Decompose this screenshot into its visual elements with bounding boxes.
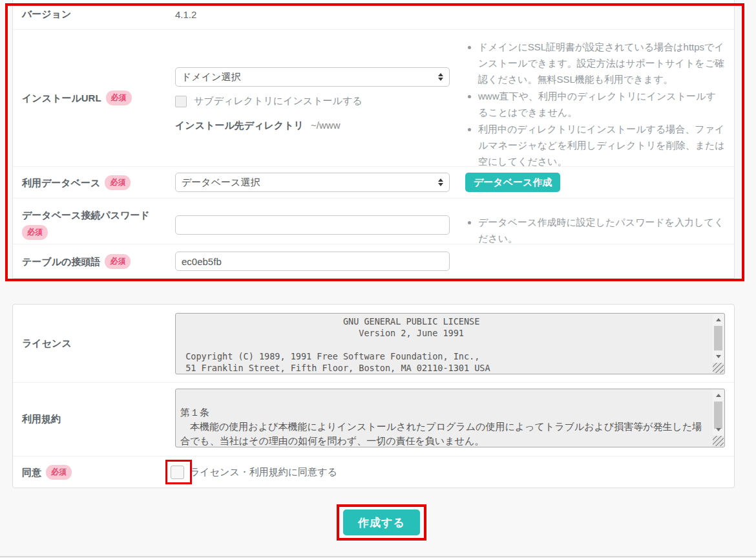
select-updown-icon xyxy=(438,178,443,186)
resize-grip-icon[interactable] xyxy=(713,436,724,446)
license-textarea[interactable]: GNU GENERAL PUBLIC LICENSE Version 2, Ju… xyxy=(175,313,725,374)
agree-checkbox-label: ライセンス・利用規約に同意する xyxy=(190,466,337,478)
terms-row: 利用規約 第１条 本機能の使用および本機能によりインストールされたプログラムの使… xyxy=(13,383,734,456)
bottom-divider xyxy=(0,556,756,557)
db-password-input[interactable] xyxy=(175,215,450,235)
version-label: バージョン xyxy=(22,8,71,19)
scrollbar[interactable] xyxy=(713,390,724,446)
install-dir-value: ~/www xyxy=(311,120,340,131)
db-password-notes: データベース作成時に設定したパスワードを入力してください。 xyxy=(466,214,725,246)
terms-text: 第１条 本機能の使用および本機能によりインストールされたプログラムの使用によって… xyxy=(176,389,724,447)
install-url-row: インストールURL必須 ドメイン選択 サブディレクトリにインストールする インス… xyxy=(13,30,734,167)
table-prefix-input[interactable] xyxy=(175,252,450,271)
select-updown-icon xyxy=(438,73,443,81)
required-badge: 必須 xyxy=(105,254,131,269)
scrollbar-thumb[interactable] xyxy=(714,326,722,350)
note-item: www直下や、利用中のディレクトリにインストールすることはできません。 xyxy=(478,88,725,120)
scroll-up-icon[interactable] xyxy=(713,315,724,325)
scrollbar[interactable] xyxy=(713,314,724,373)
required-badge: 必須 xyxy=(106,91,132,105)
database-label: 利用データベース xyxy=(22,177,100,188)
domain-select[interactable]: ドメイン選択 xyxy=(175,67,450,87)
scroll-down-icon[interactable] xyxy=(713,425,724,435)
agree-checkbox[interactable] xyxy=(171,466,184,479)
database-select[interactable]: データベース選択 xyxy=(175,173,450,192)
license-label: ライセンス xyxy=(22,338,72,349)
subdirectory-checkbox-label: サブディレクトリにインストールする xyxy=(194,95,362,107)
install-dir-label: インストール先ディレクトリ xyxy=(175,120,304,131)
resize-grip-icon[interactable] xyxy=(713,363,724,373)
scroll-up-icon[interactable] xyxy=(713,391,724,400)
terms-textarea[interactable]: 第１条 本機能の使用および本機能によりインストールされたプログラムの使用によって… xyxy=(175,389,725,447)
version-value: 4.1.2 xyxy=(175,9,196,20)
required-badge: 必須 xyxy=(22,225,48,240)
terms-label: 利用規約 xyxy=(22,413,61,424)
table-prefix-row: テーブルの接頭語必須 xyxy=(13,244,734,278)
domain-select-value: ドメイン選択 xyxy=(182,71,240,83)
note-item: ドメインにSSL証明書が設定されている場合はhttpsでインストールできます。設… xyxy=(478,39,725,87)
agree-label: 同意 xyxy=(22,467,41,478)
database-select-value: データベース選択 xyxy=(182,177,260,189)
version-row: バージョン 4.1.2 xyxy=(13,0,734,30)
required-badge: 必須 xyxy=(105,175,131,190)
license-row: ライセンス GNU GENERAL PUBLIC LICENSE Version… xyxy=(13,305,734,383)
agree-row: 同意必須 ライセンス・利用規約に同意する xyxy=(13,456,734,488)
install-url-notes: ドメインにSSL証明書が設定されている場合はhttpsでインストールできます。設… xyxy=(466,39,725,169)
note-item: 利用中のディレクトリにインストールする場合、ファイルマネージャなどを利用しディレ… xyxy=(478,121,725,169)
create-database-button[interactable]: データベース作成 xyxy=(465,173,560,192)
database-row: 利用データベース必須 データベース選択 データベース作成 xyxy=(13,167,734,199)
db-password-label: データベース接続パスワード xyxy=(22,209,150,220)
subdirectory-checkbox[interactable] xyxy=(175,96,187,107)
scroll-down-icon[interactable] xyxy=(713,352,724,361)
required-badge: 必須 xyxy=(46,465,72,480)
install-settings-panel: バージョン 4.1.2 インストールURL必須 ドメイン選択 サブディレクトリに… xyxy=(12,0,735,279)
note-item: データベース作成時に設定したパスワードを入力してください。 xyxy=(478,214,725,246)
create-button[interactable]: 作成する xyxy=(343,510,420,535)
license-terms-panel: ライセンス GNU GENERAL PUBLIC LICENSE Version… xyxy=(12,304,735,488)
install-url-label: インストールURL xyxy=(22,92,101,103)
table-prefix-label: テーブルの接頭語 xyxy=(22,256,100,267)
db-password-row: データベース接続パスワード 必須 データベース作成時に設定したパスワードを入力し… xyxy=(13,199,734,244)
license-text: GNU GENERAL PUBLIC LICENSE Version 2, Ju… xyxy=(176,314,724,374)
